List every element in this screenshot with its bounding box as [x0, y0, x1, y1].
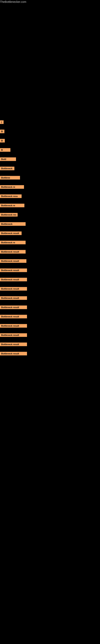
bottleneck-item-3[interactable]: B: [0, 139, 5, 142]
bottleneck-item-1[interactable]: |: [0, 120, 3, 124]
bottleneck-item-7[interactable]: Bottlene: [0, 176, 20, 180]
bottleneck-item-23[interactable]: Bottleneck result: [0, 324, 27, 328]
bottleneck-item-16[interactable]: Bottleneck result: [0, 259, 26, 263]
bottleneck-item-18[interactable]: Bottleneck result: [0, 278, 27, 281]
bottleneck-item-22[interactable]: Bottleneck result: [0, 315, 27, 318]
bottleneck-item-17[interactable]: Bottleneck result: [0, 268, 27, 272]
bottleneck-item-12[interactable]: Bottleneck: [0, 222, 26, 226]
bottleneck-item-26[interactable]: Bottleneck result: [0, 352, 27, 356]
bottleneck-item-5[interactable]: Bottl: [0, 158, 16, 161]
site-title: TheBottlenecker.com: [0, 0, 100, 4]
bottleneck-item-4[interactable]: B: [0, 148, 10, 152]
bottleneck-item-6[interactable]: Bottleneck: [0, 167, 14, 170]
bottleneck-item-21[interactable]: Bottleneck result: [0, 306, 27, 309]
bottleneck-item-9[interactable]: Bottleneck resu: [0, 194, 22, 198]
bottleneck-list: |BBBBottlBottleneckBottleneBottleneck re…: [0, 4, 100, 361]
bottleneck-item-15[interactable]: Bottleneck result: [0, 250, 26, 254]
bottleneck-item-11[interactable]: Bottleneck res: [0, 213, 18, 216]
bottleneck-item-20[interactable]: Bottleneck result: [0, 296, 27, 300]
bottleneck-item-10[interactable]: Bottleneck re: [0, 204, 24, 207]
bottleneck-item-13[interactable]: Bottleneck result: [0, 232, 22, 235]
bottleneck-item-25[interactable]: Bottleneck result: [0, 342, 27, 346]
bottleneck-item-19[interactable]: Bottleneck result: [0, 287, 27, 290]
bottleneck-item-2[interactable]: B: [0, 130, 4, 133]
site-title-text: TheBottlenecker.com: [0, 0, 26, 5]
bottleneck-item-8[interactable]: Bottleneck re: [0, 185, 24, 189]
bottleneck-item-24[interactable]: Bottleneck result: [0, 333, 27, 337]
bottleneck-item-14[interactable]: Bottleneck re: [0, 241, 26, 244]
